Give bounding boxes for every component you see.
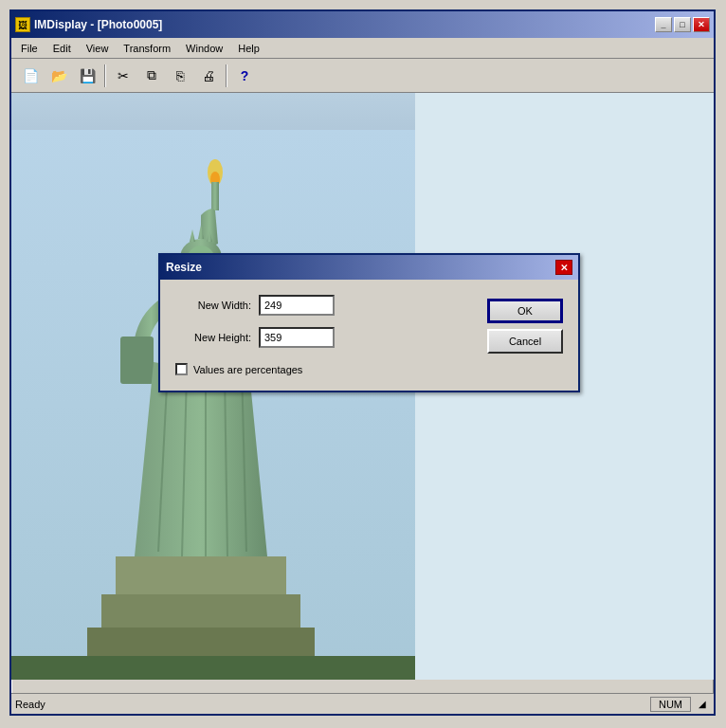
minimize-button[interactable]: _ bbox=[655, 17, 672, 32]
toolbar-paste-button[interactable]: ⎘ bbox=[167, 63, 193, 89]
menu-bar: File Edit View Transform Window Help bbox=[11, 38, 714, 59]
close-button[interactable]: ✕ bbox=[693, 17, 710, 32]
window-title: IMDisplay - [Photo0005] bbox=[34, 18, 655, 31]
toolbar-help-button[interactable]: ? bbox=[231, 63, 258, 89]
menu-edit[interactable]: Edit bbox=[47, 41, 77, 56]
status-text: Ready bbox=[15, 699, 646, 710]
title-bar-buttons: _ □ ✕ bbox=[655, 17, 710, 32]
toolbar-cut-button[interactable]: ✂ bbox=[110, 63, 136, 89]
toolbar-save-button[interactable]: 💾 bbox=[74, 63, 100, 89]
percentage-checkbox[interactable] bbox=[175, 363, 188, 375]
dialog-buttons: OK Cancel bbox=[487, 295, 563, 375]
ok-button[interactable]: OK bbox=[487, 299, 563, 323]
dialog-title: Resize bbox=[166, 261, 555, 274]
cancel-button[interactable]: Cancel bbox=[487, 329, 563, 354]
status-bar: Ready NUM ◢ bbox=[11, 693, 714, 714]
toolbar-copy-button[interactable]: ⧉ bbox=[138, 63, 165, 89]
percentage-checkbox-row: Values are percentages bbox=[175, 363, 468, 375]
dialog-body: New Width: New Height: Values are percen… bbox=[160, 280, 578, 391]
menu-file[interactable]: File bbox=[15, 41, 44, 56]
menu-window[interactable]: Window bbox=[180, 41, 228, 56]
percentage-label: Values are percentages bbox=[193, 364, 302, 375]
toolbar-new-button[interactable]: 📄 bbox=[17, 63, 44, 89]
toolbar-print-button[interactable]: 🖨 bbox=[195, 63, 222, 89]
toolbar-separator-2 bbox=[226, 64, 227, 87]
svg-rect-10 bbox=[120, 337, 154, 384]
height-field-row: New Height: bbox=[175, 327, 468, 348]
menu-view[interactable]: View bbox=[81, 41, 115, 56]
svg-rect-17 bbox=[101, 594, 300, 628]
dialog-fields: New Width: New Height: Values are percen… bbox=[175, 295, 468, 375]
resize-grip: ◢ bbox=[695, 697, 710, 712]
main-window: 🖼 IMDisplay - [Photo0005] _ □ ✕ File Edi… bbox=[9, 9, 716, 716]
toolbar: 📄 📂 💾 ✂ ⧉ ⎘ 🖨 ? bbox=[11, 59, 714, 93]
dialog-title-bar: Resize ✕ bbox=[160, 255, 578, 280]
dialog-close-button[interactable]: ✕ bbox=[555, 260, 572, 275]
app-icon: 🖼 bbox=[15, 17, 30, 32]
menu-transform[interactable]: Transform bbox=[118, 41, 176, 56]
svg-rect-3 bbox=[211, 182, 219, 210]
width-label: New Width: bbox=[175, 300, 251, 311]
width-input[interactable] bbox=[259, 295, 335, 316]
title-bar: 🖼 IMDisplay - [Photo0005] _ □ ✕ bbox=[11, 11, 714, 38]
height-input[interactable] bbox=[259, 327, 335, 348]
svg-rect-16 bbox=[116, 556, 286, 594]
menu-help[interactable]: Help bbox=[232, 41, 265, 56]
height-label: New Height: bbox=[175, 332, 251, 343]
width-field-row: New Width: bbox=[175, 295, 468, 316]
toolbar-open-button[interactable]: 📂 bbox=[45, 63, 72, 89]
maximize-button[interactable]: □ bbox=[674, 17, 691, 32]
toolbar-separator-1 bbox=[104, 64, 106, 87]
resize-dialog[interactable]: Resize ✕ New Width: New Height: Values a… bbox=[158, 253, 580, 392]
svg-rect-19 bbox=[11, 656, 419, 680]
num-indicator: NUM bbox=[650, 697, 691, 712]
svg-rect-18 bbox=[87, 628, 315, 661]
